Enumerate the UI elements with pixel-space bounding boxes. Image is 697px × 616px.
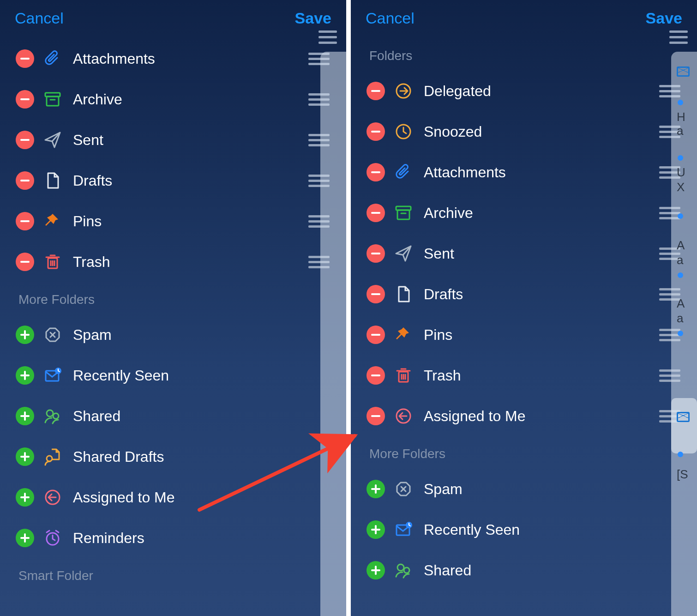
pin-icon: [393, 325, 414, 345]
clock-icon: [393, 121, 414, 142]
add-button[interactable]: [16, 447, 34, 466]
folder-row-reminders[interactable]: Reminders: [0, 518, 346, 558]
spam-icon: [42, 325, 63, 345]
add-button[interactable]: [367, 520, 385, 539]
cancel-button[interactable]: Cancel: [366, 9, 415, 27]
folder-label: Reminders: [73, 530, 346, 547]
remove-button[interactable]: [16, 49, 34, 68]
left-panel: Cancel Save AttachmentsArchiveSentDrafts…: [0, 0, 346, 616]
folder-row-trash[interactable]: Trash: [0, 242, 346, 282]
remove-button[interactable]: [367, 285, 385, 303]
add-button[interactable]: [16, 407, 34, 425]
pin-icon: [42, 211, 63, 231]
right-panel: Cancel Save Folders DelegatedSnoozedAtta…: [351, 0, 697, 616]
trash-icon: [393, 365, 414, 386]
folders-header: Folders: [351, 38, 697, 71]
remove-button[interactable]: [16, 90, 34, 109]
remove-button[interactable]: [367, 244, 385, 263]
folder-row-sent[interactable]: Sent: [0, 120, 346, 160]
folder-label: Assigned to Me: [73, 489, 346, 506]
folder-row-attachments[interactable]: Attachments: [351, 152, 697, 193]
archive-icon: [393, 203, 414, 223]
folder-row-assigned[interactable]: Assigned to Me: [351, 396, 697, 436]
arrow-left-icon: [393, 406, 414, 426]
folder-label: Drafts: [424, 286, 659, 303]
folder-row-assigned[interactable]: Assigned to Me: [0, 477, 346, 518]
folder-row-shared[interactable]: Shared: [351, 550, 697, 591]
folder-label: Spam: [73, 326, 346, 344]
remove-button[interactable]: [16, 253, 34, 271]
remove-button[interactable]: [16, 131, 34, 149]
cancel-button[interactable]: Cancel: [15, 9, 64, 27]
save-button[interactable]: Save: [295, 9, 331, 27]
archive-icon: [42, 89, 63, 109]
folder-row-recently-seen[interactable]: Recently Seen: [0, 355, 346, 396]
background-preview: H a U X A a A a [S: [671, 52, 697, 616]
folder-label: Trash: [73, 254, 308, 271]
folder-row-trash[interactable]: Trash: [351, 355, 697, 396]
paperclip-icon: [42, 48, 63, 69]
trash-icon: [42, 252, 63, 272]
menu-icon[interactable]: [669, 30, 688, 44]
folder-row-pins[interactable]: Pins: [0, 201, 346, 242]
file-icon: [393, 284, 414, 304]
folder-label: Drafts: [73, 172, 308, 189]
users-icon: [42, 406, 63, 426]
folder-row-snoozed[interactable]: Snoozed: [351, 111, 697, 152]
send-icon: [393, 243, 414, 264]
folder-label: Snoozed: [424, 123, 659, 140]
folder-row-archive[interactable]: Archive: [0, 79, 346, 120]
remove-button[interactable]: [367, 326, 385, 344]
recent-icon: [393, 519, 414, 540]
folder-label: Archive: [424, 205, 659, 222]
folder-row-drafts[interactable]: Drafts: [351, 274, 697, 314]
folder-label: Spam: [424, 481, 697, 498]
folder-row-shared-drafts[interactable]: Shared Drafts: [0, 436, 346, 477]
remove-button[interactable]: [367, 82, 385, 100]
send-icon: [42, 130, 63, 150]
folder-label: Delegated: [424, 83, 659, 100]
paperclip-icon: [393, 162, 414, 182]
folder-row-pins[interactable]: Pins: [351, 314, 697, 355]
alarm-icon: [42, 528, 63, 548]
folder-row-spam[interactable]: Spam: [0, 314, 346, 355]
folder-label: Shared: [73, 408, 346, 425]
add-button[interactable]: [16, 488, 34, 507]
more-folders-header: More Folders: [0, 282, 346, 314]
folder-row-archive[interactable]: Archive: [351, 193, 697, 233]
folder-label: Sent: [424, 245, 659, 262]
add-button[interactable]: [16, 326, 34, 344]
add-button[interactable]: [367, 480, 385, 498]
remove-button[interactable]: [16, 171, 34, 190]
add-button[interactable]: [16, 366, 34, 385]
folder-row-delegated[interactable]: Delegated: [351, 71, 697, 111]
folder-row-spam[interactable]: Spam: [351, 469, 697, 509]
folder-label: Recently Seen: [424, 521, 697, 538]
folder-label: Shared Drafts: [73, 448, 346, 465]
folder-row-sent[interactable]: Sent: [351, 233, 697, 274]
remove-button[interactable]: [367, 204, 385, 222]
remove-button[interactable]: [367, 407, 385, 425]
remove-button[interactable]: [367, 122, 385, 141]
background-preview: [320, 52, 346, 616]
users-icon: [393, 560, 414, 580]
folder-row-attachments[interactable]: Attachments: [0, 38, 346, 79]
folder-label: Sent: [73, 132, 308, 149]
folder-row-recently-seen[interactable]: Recently Seen: [351, 509, 697, 550]
add-button[interactable]: [16, 529, 34, 547]
folder-label: Pins: [73, 213, 308, 230]
header: Cancel Save: [0, 0, 346, 38]
folder-label: Recently Seen: [73, 367, 346, 384]
menu-icon[interactable]: [318, 30, 337, 44]
folder-label: Assigned to Me: [424, 408, 659, 425]
remove-button[interactable]: [367, 163, 385, 181]
save-button[interactable]: Save: [646, 9, 682, 27]
folder-label: Archive: [73, 91, 308, 108]
folder-label: Shared: [424, 562, 697, 579]
remove-button[interactable]: [16, 212, 34, 230]
add-button[interactable]: [367, 561, 385, 580]
folder-row-drafts[interactable]: Drafts: [0, 160, 346, 201]
arrow-right-icon: [393, 81, 414, 101]
remove-button[interactable]: [367, 366, 385, 385]
folder-row-shared[interactable]: Shared: [0, 396, 346, 436]
